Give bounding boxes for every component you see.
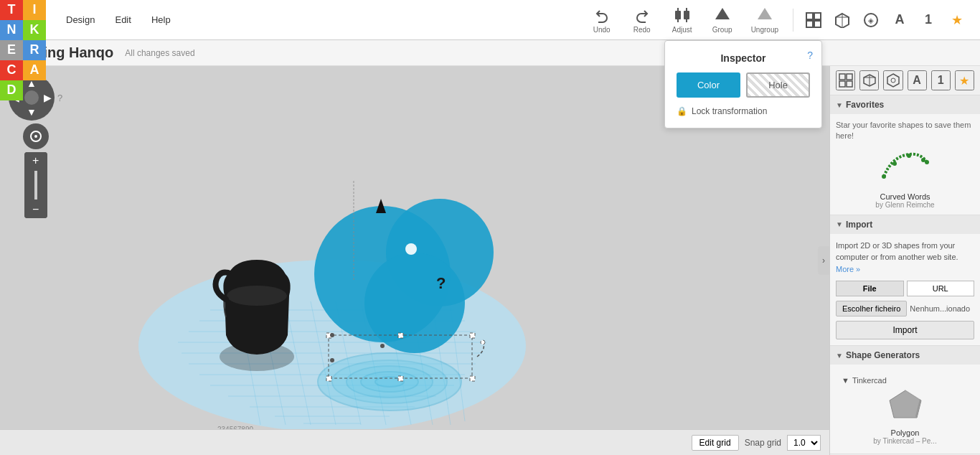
inspector-popup: Inspector ? Color Hole 🔒 Lock transforma… — [664, 40, 822, 128]
cube-view-button[interactable] — [831, 9, 854, 32]
svg-marker-45 — [376, 199, 386, 213]
svg-point-60 — [481, 340, 485, 344]
design-menu[interactable]: Design — [57, 10, 103, 29]
favorites-header[interactable]: ▼ Favorites — [830, 95, 980, 114]
tinkercad-sub-arrow: ▼ — [842, 376, 849, 385]
favorites-section: ▼ Favorites Star your favorite shapes to… — [830, 95, 980, 215]
file-tab[interactable]: File — [836, 281, 904, 296]
sidebar-top-icons: A 1 ★ — [830, 66, 980, 95]
text-button[interactable]: A — [888, 9, 911, 32]
import-more-link[interactable]: More » — [836, 265, 860, 273]
favorites-content: Star your favorite shapes to save them h… — [830, 114, 980, 215]
sidebar-number-button[interactable]: 1 — [931, 70, 951, 90]
edit-grid-button[interactable]: Edit grid — [692, 435, 739, 451]
svg-point-44 — [364, 253, 465, 353]
sidebar-cube-button[interactable] — [859, 70, 879, 90]
polygon-label: Polygon — [842, 428, 969, 437]
svg-point-77 — [907, 154, 911, 158]
svg-point-74 — [891, 78, 895, 83]
svg-marker-4 — [715, 8, 730, 19]
svg-rect-69 — [847, 81, 852, 87]
svg-rect-66 — [839, 74, 845, 80]
redo-button[interactable]: Redo — [625, 3, 659, 37]
svg-point-75 — [882, 174, 886, 179]
curved-words-label: Curved Words — [836, 192, 974, 201]
svg-text:◈: ◈ — [868, 17, 874, 24]
file-name-label: Nenhum...ionado — [910, 304, 970, 313]
polygon-sublabel: by Tinkercad – Pe... — [842, 437, 969, 445]
sidebar-star-button[interactable]: ★ — [955, 70, 974, 90]
sidebar-collapse-button[interactable]: › — [818, 246, 829, 275]
group-icon — [712, 6, 732, 26]
hole-button[interactable]: Hole — [746, 72, 810, 98]
favorites-arrow-icon: ▼ — [836, 101, 843, 109]
tinkercad-logo[interactable]: T I N K E R C A D — [0, 0, 46, 40]
file-chooser-row: Escolher ficheiro Nenhum...ionado — [836, 301, 974, 316]
main-area: ▲ ▼ ◀ ▶ ? + − — [0, 66, 980, 455]
lock-transformation-row[interactable]: 🔒 Lock transformation — [677, 106, 810, 116]
logo-r: R — [23, 40, 46, 60]
adjust-icon — [672, 6, 692, 26]
svg-rect-6 — [806, 13, 813, 19]
help-menu[interactable]: Help — [143, 10, 179, 29]
svg-point-62 — [330, 358, 334, 362]
svg-point-46 — [405, 243, 417, 255]
zoom-slider — [34, 171, 37, 200]
logo-k: K — [23, 20, 46, 40]
sidebar-hex-button[interactable] — [883, 70, 903, 90]
url-tab[interactable]: URL — [907, 281, 975, 296]
curved-words-preview — [877, 148, 934, 187]
inspector-title: Inspector — [677, 52, 810, 64]
svg-rect-55 — [470, 333, 475, 338]
svg-marker-5 — [758, 8, 772, 19]
logo-a: A — [23, 60, 46, 80]
svg-rect-56 — [326, 376, 331, 381]
snap-value-select[interactable]: 1.0 0.5 0.1 2.0 — [787, 435, 821, 451]
curved-words-item[interactable]: Curved Words by Glenn Reimche — [836, 148, 974, 209]
nav-right[interactable]: ▶ — [44, 92, 52, 103]
sidebar-grid-button[interactable] — [836, 70, 855, 90]
sidebar-text-button[interactable]: A — [908, 70, 927, 90]
grid-view-button[interactable] — [802, 9, 825, 32]
tinkercad-subsection: ▼ Tinkercad Polygon by Tinkercad – Pe... — [836, 370, 974, 448]
svg-point-41 — [227, 286, 287, 306]
group-button[interactable]: Group — [705, 3, 740, 37]
svg-point-16 — [34, 135, 37, 138]
lock-icon: 🔒 — [677, 106, 687, 116]
shape-generators-content: ▼ Tinkercad Polygon by Tinkercad – Pe... — [830, 365, 980, 454]
choose-file-button[interactable]: Escolher ficheiro — [836, 301, 907, 316]
logo-n: N — [0, 20, 23, 40]
logo-e: E — [0, 40, 23, 60]
import-header[interactable]: ▼ Import — [830, 215, 980, 234]
inspector-help-icon[interactable]: ? — [807, 50, 813, 61]
zoom-in-button[interactable]: + — [24, 152, 47, 169]
edit-menu[interactable]: Edit — [106, 10, 139, 29]
adjust-button[interactable]: Adjust — [665, 3, 699, 37]
hex-view-button[interactable]: ◈ — [859, 9, 882, 32]
home-view-button[interactable] — [23, 123, 49, 149]
svg-rect-67 — [847, 74, 852, 80]
import-tab-row: File URL — [836, 281, 974, 296]
tinkercad-subsection-header[interactable]: ▼ Tinkercad — [842, 373, 969, 388]
nav-help-icon[interactable]: ? — [57, 93, 62, 103]
shape-generators-arrow-icon: ▼ — [836, 352, 843, 360]
nav-down[interactable]: ▼ — [27, 106, 37, 118]
shape-generators-section: ▼ Shape Generators ▼ Tinkercad — [830, 346, 980, 454]
svg-marker-73 — [887, 74, 899, 87]
color-button[interactable]: Color — [677, 72, 740, 98]
bottombar: Edit grid Snap grid 1.0 0.5 0.1 2.0 — [0, 429, 829, 455]
svg-point-61 — [330, 333, 334, 337]
number-button[interactable]: 1 — [917, 9, 940, 32]
star-button[interactable]: ★ — [946, 9, 969, 32]
svg-rect-9 — [814, 21, 821, 27]
svg-point-79 — [925, 160, 929, 164]
zoom-out-button[interactable]: − — [24, 201, 47, 218]
import-button[interactable]: Import — [836, 321, 974, 339]
polygon-item[interactable]: Polygon by Tinkercad – Pe... — [842, 388, 969, 445]
svg-rect-59 — [398, 376, 403, 381]
logo-t: T — [0, 0, 23, 20]
ungroup-button[interactable]: Ungroup — [745, 3, 784, 37]
shape-generators-header[interactable]: ▼ Shape Generators — [830, 346, 980, 365]
undo-button[interactable]: Undo — [585, 3, 619, 37]
import-content: Import 2D or 3D shapes from your compute… — [830, 234, 980, 346]
